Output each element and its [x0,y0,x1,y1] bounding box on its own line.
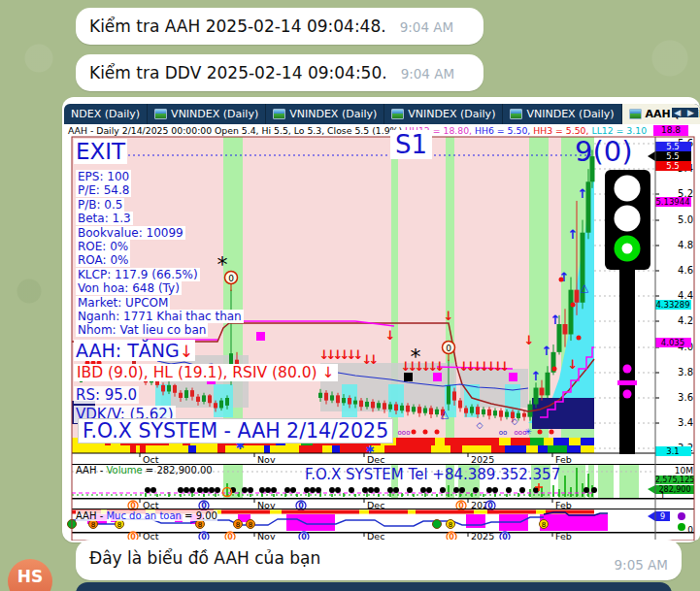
red-dot [538,430,543,435]
stat-line: Market: UPCOM [76,296,244,310]
candle-body [383,403,386,410]
candle-body [406,406,410,412]
candle-body [505,411,509,416]
traffic-light-red-off [615,176,641,202]
stat-line: Beta: 1.3 [76,212,244,225]
volume-dot [271,487,277,493]
trend-text: AAH: TĂNG [76,340,180,361]
heat-strip-segment [462,445,491,453]
chart-tab[interactable]: VNINDEX (Daily) [384,104,503,124]
red-dot [552,367,557,372]
candle-body [464,408,468,412]
chart-tab[interactable]: VNINDEX (Daily) [148,104,266,124]
volume-dot [426,487,432,493]
chart-tab[interactable]: VNINDEX (Daily) [266,104,384,124]
volume-dot [519,487,525,493]
candle-body [400,406,404,410]
down-arrow-icon: ↓ [317,364,335,381]
message-input-bar[interactable] [76,582,672,591]
avatar-initials: HS [17,567,43,591]
heat-strip-segment [505,445,526,453]
safety-strip-segment [474,510,487,514]
tab-scroll-arrows[interactable]: ◀ ▶ [672,108,698,117]
safety-strip-segment [536,510,546,514]
buy-arrow-icon: ↑ [531,369,542,383]
candle-body [353,401,357,405]
safety-dot-label: 8 [236,521,240,529]
safety-scale-zero: 0 [687,525,693,535]
price-value-label: 5.5 [666,142,680,151]
candle-body [190,390,194,397]
ibd-text: IBD (9.0), HL (19.1), RSIV (80.0) [77,364,317,381]
volume-dot [197,487,203,493]
volume-dot [583,487,589,493]
candle-body [342,398,346,403]
volume-value-label: 2,575,125 [655,476,695,484]
volume-dot [492,487,498,493]
stat-line: Nganh: 1771 Khai thac than [76,310,244,323]
buy-arrow-icon: ↑ [559,270,570,284]
signal-band [558,465,585,499]
safety-value: = 9.00 [182,510,217,521]
stat-line: ROE: 0% [76,240,244,253]
candle-body [447,385,450,405]
price-value-label: 5.13944 [655,197,689,207]
heat-strip-segment [538,445,548,453]
candle-body [429,408,433,414]
down-arrow-icon: ↓ [180,342,193,361]
heat-strip-segment [225,445,264,453]
volume-dot [335,487,341,493]
stat-line: ROA: 0% [76,253,244,267]
heat-strip-segment [196,445,198,453]
signal-band [619,465,639,499]
stock-chart-image[interactable]: NDEX (Daily)VNINDEX (Daily)VNINDEX (Dail… [64,104,700,541]
volume-dot [329,487,335,493]
stat-line: P/B: 0.5 [76,198,244,212]
magenta-square-marker [433,373,442,381]
triangle-marker: △ [441,408,450,420]
traffic-light-yellow-off [615,206,641,232]
candle-body [534,388,539,405]
black-square-marker [404,373,413,381]
heat-strip-segment [270,445,299,453]
message-bubble[interactable]: Đây là biểu đồ AAH của bạn 9:05 AM [76,540,682,580]
green-dot-marker [678,523,685,531]
volume-dot [242,487,248,493]
candle-body [452,391,456,400]
heat-strip-segment [499,438,511,445]
chart-tab[interactable]: NDEX (Daily) [64,104,148,124]
volume-dot [259,487,265,493]
message-bubble[interactable]: Kiểm tra AAH 2025-02-14 09:04:48. 9:04 A… [76,8,483,45]
red-dot [559,278,564,282]
price-value-label: 4.035 [661,338,684,347]
price-value-label: 5.5 [666,161,680,171]
heat-strip-segment [581,445,594,453]
message-bubble[interactable]: Kiểm tra DDV 2025-02-14 09:04:50. 9:04 A… [76,54,483,91]
heat-strip-segment [322,445,332,453]
safety-dot-label: 8 [449,521,452,529]
candle-body [412,407,416,411]
volume-dot [591,487,597,493]
axis-month-label: 2025 [471,454,494,465]
stat-line: Nhom: Vat lieu co ban [76,323,244,337]
price-value-label: 3.1 [666,446,680,456]
diamond-marker: ◇ [477,420,483,430]
price-tick-label: 3.8 [678,367,693,378]
heat-strip-segment [130,445,136,453]
volume-dot [349,487,354,493]
buy-arrow-icon: ↑ [578,186,588,201]
volume-dot [473,487,479,493]
safety-strip-segment [416,510,474,514]
double-circle-marker: oo [499,429,508,437]
safety-strip-segment [221,510,270,514]
red-dot [577,336,582,341]
avatar[interactable]: HS [8,559,52,591]
price-tick-label: 4.8 [678,240,693,250]
candle-body [330,395,334,400]
volume-dot [310,487,316,493]
candle-body [219,401,223,409]
fox-system-banner: F.O.X SYSTEM - AAH 2/14/2025 [78,418,393,443]
volume-dot [533,487,539,493]
price-value-label: 4.33289 [655,300,689,310]
chart-tab[interactable]: VNINDEX (Daily) [503,104,621,124]
